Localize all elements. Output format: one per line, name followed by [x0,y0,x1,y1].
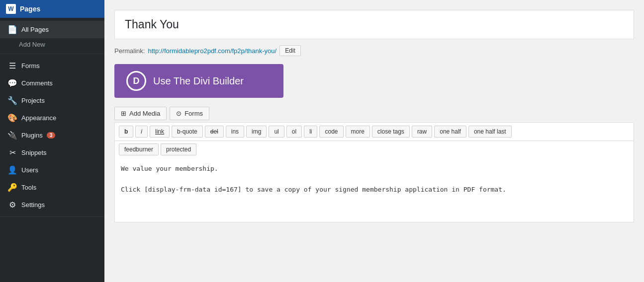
permalink-url[interactable]: http://formidablepro2pdf.com/fp2p/thank-… [148,47,276,55]
toolbar-one-half-last-btn[interactable]: one half last [468,126,512,138]
sidebar-item-appearance[interactable]: 🎨 Appearance [0,109,104,127]
sidebar-item-users[interactable]: 👤 Users [0,161,104,179]
divi-builder-button[interactable]: D Use The Divi Builder [114,64,283,98]
toolbar-link-btn[interactable]: link [150,126,170,138]
toolbar-bquote-btn[interactable]: b-quote [172,126,203,138]
sidebar-header: W Pages [0,0,104,18]
media-toolbar: ⊞ Add Media ⊙ Forms [114,107,634,120]
wp-logo-icon: W [6,4,16,14]
plugins-badge: 3 [47,132,56,139]
editor-toolbar: b i link b-quote del ins img ul ol li co… [114,122,634,158]
toolbar-img-btn[interactable]: img [246,126,267,138]
toolbar-ins-btn[interactable]: ins [226,126,244,138]
forms-media-label: Forms [184,110,203,117]
forms-media-icon: ⊙ [176,110,182,117]
toolbar-one-half-btn[interactable]: one half [434,126,466,138]
sidebar-item-tools[interactable]: 🔑 Tools [0,179,104,196]
settings-label: Settings [21,201,45,209]
plugins-label: Plugins [21,132,43,139]
add-new-label: Add New [19,41,45,48]
divi-circle-icon: D [126,71,146,91]
sidebar-pages-section: 📄 All Pages Add New [0,18,104,54]
comments-icon: 💬 [7,78,17,88]
sidebar: W Pages 📄 All Pages Add New ☰ Forms 💬 Co… [0,0,104,282]
snippets-icon: ✂ [7,148,17,157]
sidebar-title: Pages [20,5,40,13]
permalink-edit-button[interactable]: Edit [279,45,301,56]
toolbar-del-btn[interactable]: del [205,126,224,138]
sidebar-all-pages-label: All Pages [21,26,49,33]
toolbar-close-tags-btn[interactable]: close tags [372,126,410,138]
toolbar-li-btn[interactable]: li [304,126,317,138]
sidebar-item-projects[interactable]: 🔧 Projects [0,92,104,109]
toolbar-feedburner-btn[interactable]: feedburner [119,143,159,155]
forms-icon: ☰ [7,61,17,70]
editor-content-area[interactable]: We value your membership. Click [display… [114,158,634,222]
toolbar-ul-btn[interactable]: ul [269,126,284,138]
toolbar-b-btn[interactable]: b [119,126,133,138]
users-label: Users [21,166,38,174]
tools-icon: 🔑 [7,183,17,192]
toolbar-raw-btn[interactable]: raw [412,126,432,138]
sidebar-item-forms[interactable]: ☰ Forms [0,57,104,74]
toolbar-row1: b i link b-quote del ins img ul ol li co… [115,123,634,141]
settings-icon: ⚙ [7,200,17,210]
toolbar-ol-btn[interactable]: ol [286,126,302,138]
toolbar-more-btn[interactable]: more [346,126,370,138]
users-icon: 👤 [7,165,17,175]
forms-media-button[interactable]: ⊙ Forms [170,107,209,120]
sidebar-item-comments[interactable]: 💬 Comments [0,74,104,92]
add-media-label: Add Media [129,110,160,117]
toolbar-row2: feedburner protected [115,141,634,158]
projects-icon: 🔧 [7,96,17,105]
appearance-icon: 🎨 [7,113,17,123]
page-title-area [114,10,634,39]
permalink-bar: Permalink: http://formidablepro2pdf.com/… [114,45,634,56]
add-media-icon: ⊞ [121,110,126,117]
projects-label: Projects [21,97,45,104]
plugins-icon: 🔌 [7,131,17,140]
toolbar-code-btn[interactable]: code [319,126,343,138]
add-media-button[interactable]: ⊞ Add Media [114,107,167,120]
permalink-label: Permalink: [114,47,145,55]
toolbar-i-btn[interactable]: i [135,126,148,138]
snippets-label: Snippets [21,149,47,156]
sidebar-item-all-pages[interactable]: 📄 All Pages [0,21,104,38]
sidebar-item-plugins[interactable]: 🔌 Plugins 3 [0,127,104,144]
tools-label: Tools [21,184,36,191]
main-content: Permalink: http://formidablepro2pdf.com/… [104,0,644,282]
page-title-input[interactable] [125,18,624,31]
sidebar-nav-section: ☰ Forms 💬 Comments 🔧 Projects 🎨 Appearan… [0,54,104,217]
comments-label: Comments [21,79,53,87]
sidebar-item-snippets[interactable]: ✂ Snippets [0,144,104,161]
pages-icon: 📄 [7,25,17,34]
sidebar-item-add-new[interactable]: Add New [0,38,104,51]
divi-btn-label: Use The Divi Builder [153,75,244,87]
appearance-label: Appearance [21,114,56,122]
sidebar-item-settings[interactable]: ⚙ Settings [0,196,104,213]
toolbar-protected-btn[interactable]: protected [161,143,196,155]
forms-label: Forms [21,62,40,70]
